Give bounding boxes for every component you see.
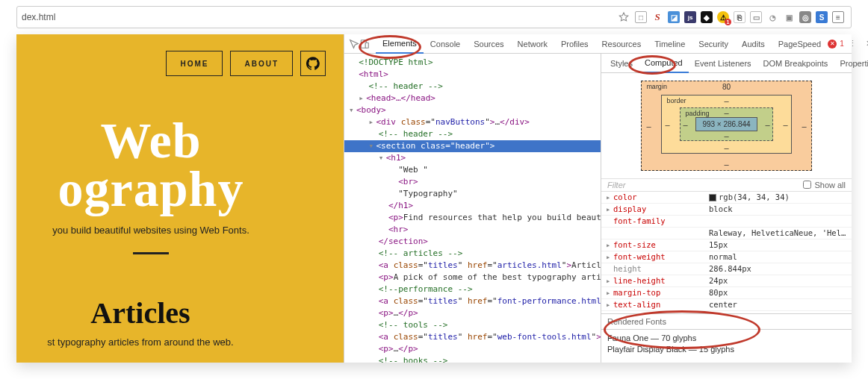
extension-icon[interactable]: □ <box>635 11 647 23</box>
inspect-icon[interactable] <box>349 37 359 51</box>
tab-resources[interactable]: Resources <box>595 34 648 54</box>
nav-home-button[interactable]: HOME <box>166 51 223 76</box>
computed-prop[interactable]: font-family <box>601 216 852 228</box>
extension-icon[interactable]: S <box>816 11 828 23</box>
computed-prop[interactable]: ▸font-weightnormal <box>601 251 852 263</box>
nav-about-button[interactable]: ABOUT <box>230 51 293 76</box>
computed-prop[interactable]: ▸text-aligncenter <box>601 299 852 311</box>
device-mode-icon[interactable] <box>359 37 370 51</box>
rendered-page: HOME ABOUT Webography you build beautifu… <box>16 34 344 363</box>
github-button[interactable] <box>300 51 326 76</box>
extension-icon[interactable]: js <box>684 11 696 23</box>
box-model[interactable]: margin 80 – – – border – – – – <box>601 73 852 178</box>
github-icon <box>306 57 320 70</box>
hero: Webography you build beautiful websites … <box>16 116 338 254</box>
side-tab-properties[interactable]: Properties <box>834 54 868 73</box>
tab-elements[interactable]: Elements <box>376 34 424 54</box>
tab-network[interactable]: Network <box>511 34 554 54</box>
computed-properties[interactable]: ▸colorrgb(34, 34, 34)▸displayblockfont-f… <box>601 192 852 313</box>
extension-icon[interactable]: ◆ <box>701 11 713 23</box>
extension-icon[interactable]: ◎ <box>799 11 811 23</box>
filter-bar: Filter Show all <box>601 178 852 192</box>
computed-prop[interactable]: ▸displayblock <box>601 204 852 216</box>
hero-subtitle: you build beautiful websites using Web F… <box>16 225 338 236</box>
devtools-body: <!DOCTYPE html> <html> <!-- header --> ▸… <box>344 54 852 363</box>
extension-icon[interactable]: S <box>651 11 663 23</box>
box-model-content: 993 × 286.844 <box>695 117 757 131</box>
app-root: { "url": "dex.html", "extensions_badge":… <box>0 0 868 379</box>
more-icon[interactable]: ⋮ <box>844 39 861 48</box>
show-all-toggle[interactable]: Show all <box>803 181 846 190</box>
url-text: dex.html <box>22 12 615 22</box>
extension-icon[interactable]: ▣ <box>783 11 795 23</box>
sidebar: Styles Computed Event Listeners DOM Brea… <box>601 54 852 363</box>
tab-audits[interactable]: Audits <box>735 34 772 54</box>
tab-timeline[interactable]: Timeline <box>648 34 692 54</box>
rendered-fonts-body: Fauna One — 70 glyphs Playfair Display B… <box>601 330 852 363</box>
extension-icon[interactable]: ◔ <box>766 11 778 23</box>
section-title: Articles <box>16 295 297 331</box>
url-bar[interactable]: dex.html □ S ◪ js ◆ ⚠1 ⎘ ▭ ◔ ▣ ◎ S ≡ <box>16 6 852 28</box>
tab-sources[interactable]: Sources <box>467 34 510 54</box>
extension-icon[interactable]: ⚠1 <box>717 11 729 23</box>
tab-console[interactable]: Console <box>424 34 467 54</box>
bookmark-star-icon[interactable] <box>618 11 630 23</box>
side-tab-event-listeners[interactable]: Event Listeners <box>689 54 757 73</box>
svg-rect-1 <box>365 43 368 48</box>
side-tab-computed[interactable]: Computed <box>639 54 689 73</box>
section-articles: Articles st typography articles from aro… <box>16 295 297 348</box>
extension-icon[interactable]: ◪ <box>668 11 680 23</box>
computed-prop[interactable]: ▸colorrgb(34, 34, 34) <box>601 192 852 204</box>
section-subtitle: st typography articles from around the w… <box>16 336 297 348</box>
computed-prop[interactable]: ▸margin-top80px <box>601 287 852 299</box>
tab-security[interactable]: Security <box>692 34 735 54</box>
error-indicator[interactable]: ✕1 <box>828 40 844 48</box>
computed-prop[interactable]: ▸font-size15px <box>601 239 852 251</box>
tab-profiles[interactable]: Profiles <box>554 34 595 54</box>
content-row: HOME ABOUT Webography you build beautifu… <box>16 34 852 363</box>
devtools-toolbar: Elements Console Sources Network Profile… <box>344 34 852 54</box>
page-nav: HOME ABOUT <box>166 51 326 76</box>
tab-pagespeed[interactable]: PageSpeed <box>772 34 828 54</box>
computed-prop[interactable]: height286.844px <box>601 263 852 275</box>
sidebar-tabs: Styles Computed Event Listeners DOM Brea… <box>601 54 852 73</box>
dom-tree[interactable]: <!DOCTYPE html> <html> <!-- header --> ▸… <box>344 54 601 363</box>
close-icon[interactable]: ✕ <box>861 39 868 48</box>
computed-prop[interactable]: ▸line-height24px <box>601 275 852 287</box>
filter-input[interactable]: Filter <box>607 181 625 190</box>
computed-prop[interactable]: Raleway, HelveticaNeue, 'Helvetica Neue'… <box>601 228 852 239</box>
hero-title: Webography <box>16 116 338 213</box>
hamburger-menu-icon[interactable]: ≡ <box>832 11 844 23</box>
selected-node: ▾<section class="header"> <box>344 140 601 152</box>
divider <box>133 252 169 254</box>
extension-icon[interactable]: ▭ <box>750 11 762 23</box>
rendered-fonts-header: Rendered Fonts <box>601 313 852 330</box>
devtools: Elements Console Sources Network Profile… <box>344 34 852 363</box>
side-tab-styles[interactable]: Styles <box>604 54 639 73</box>
extension-icon[interactable]: ⎘ <box>734 11 745 23</box>
side-tab-dom-breakpoints[interactable]: DOM Breakpoints <box>757 54 834 73</box>
